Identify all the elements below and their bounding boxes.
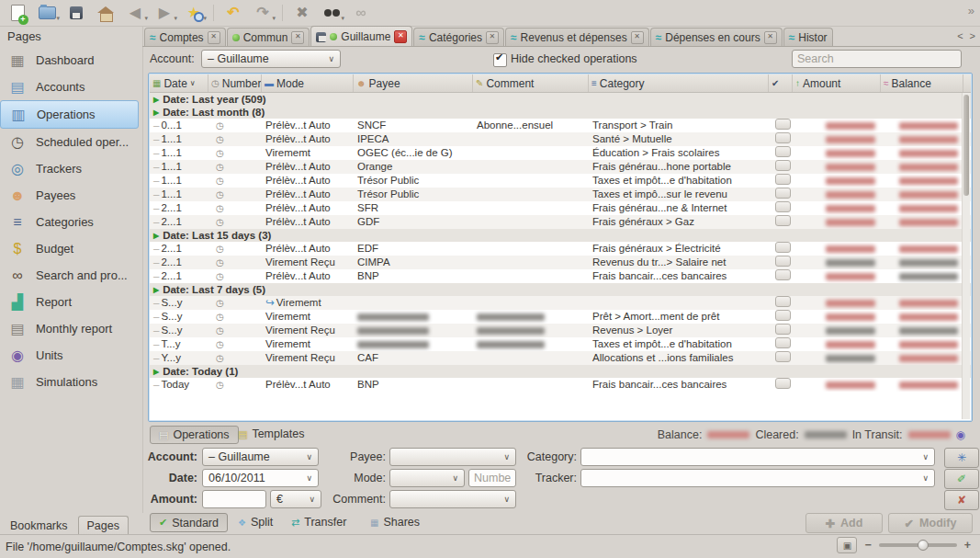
checked-toggle[interactable] bbox=[775, 201, 791, 212]
expand-arrow-icon[interactable]: ▶ bbox=[153, 286, 159, 294]
operation-row[interactable]: –S...y◷Virement ReçuRevenus > Loyer bbox=[150, 324, 971, 337]
checked-toggle[interactable] bbox=[775, 296, 791, 307]
operation-row[interactable]: –1...1◷VirememtOGEC (éc...ie de G)Éducat… bbox=[150, 146, 971, 160]
operation-row[interactable]: –2...1◷Prélèv...t AutoSFRFrais générau..… bbox=[150, 201, 971, 215]
column-header-date[interactable]: ▦Date∨ bbox=[150, 74, 208, 92]
checked-toggle[interactable] bbox=[775, 174, 791, 185]
close-icon[interactable]: ✕ bbox=[208, 31, 220, 44]
form-tracker-combo[interactable]: ∨ bbox=[580, 469, 935, 487]
sidebar-item-scheduled-oper[interactable]: ◷Scheduled oper... bbox=[0, 129, 142, 155]
shares-button[interactable]: ▦ Shares bbox=[370, 516, 420, 529]
operation-row[interactable]: –0...1◷Prélèv...t AutoSNCFAbonne...ensue… bbox=[150, 119, 971, 132]
previous-button[interactable]: ◀▾ bbox=[121, 2, 149, 24]
operation-row[interactable]: –1...1◷Prélèv...t AutoTrésor PublicTaxes… bbox=[150, 188, 971, 201]
tab-d-penses-en-cours[interactable]: ≈Dépenses en cours✕ bbox=[650, 28, 783, 46]
tab-commun[interactable]: Commun✕ bbox=[227, 28, 310, 46]
sidebar-item-units[interactable]: ◉Units bbox=[0, 342, 142, 369]
checked-toggle[interactable] bbox=[775, 378, 791, 389]
checked-toggle[interactable] bbox=[775, 160, 791, 171]
checked-toggle[interactable] bbox=[775, 269, 791, 280]
zoom-out-button[interactable]: − bbox=[864, 539, 871, 552]
delete-button[interactable]: ✖ bbox=[288, 2, 316, 24]
column-header-amount[interactable]: ↑Amount bbox=[793, 74, 881, 92]
column-header-payee[interactable]: ☻Payee bbox=[354, 74, 473, 92]
group-row[interactable]: ▶Date: Last year (509) bbox=[150, 93, 971, 106]
group-row[interactable]: ▶Date: Last 15 days (3) bbox=[150, 229, 971, 242]
close-icon[interactable]: ✕ bbox=[764, 31, 777, 44]
column-header-check[interactable]: ✔ bbox=[769, 74, 793, 92]
redo-button[interactable]: ↷▾ bbox=[249, 2, 276, 24]
group-row[interactable]: ▶Date: Last month (8) bbox=[150, 106, 971, 119]
operation-row[interactable]: –S...y◷VirememtPrêt > Amort...ment de pr… bbox=[150, 310, 971, 324]
checked-toggle[interactable] bbox=[775, 146, 791, 157]
close-icon[interactable]: ✕ bbox=[631, 31, 644, 44]
operation-row[interactable]: –2...1◷Virement ReçuCIMPARevenus du tr..… bbox=[150, 256, 971, 269]
form-mode-combo[interactable]: ∨ bbox=[389, 469, 465, 487]
split-button[interactable]: ❖ Split bbox=[238, 516, 273, 529]
modify-button[interactable]: ✔ Modify bbox=[888, 513, 973, 533]
tab-revenus-et-d-penses[interactable]: ≈Revenus et dépenses✕ bbox=[505, 28, 649, 46]
tab-histor[interactable]: ≈Histor bbox=[783, 28, 833, 46]
zoom-reset-button[interactable]: ▣ bbox=[837, 537, 857, 553]
sidebar-item-categories[interactable]: ≡Categories bbox=[0, 209, 142, 235]
search-input[interactable] bbox=[792, 50, 962, 68]
column-header-mode[interactable]: ▬Mode bbox=[262, 74, 354, 92]
save-button[interactable] bbox=[62, 2, 90, 24]
checked-toggle[interactable] bbox=[775, 337, 791, 348]
scroll-left-icon[interactable]: < bbox=[957, 30, 963, 41]
toolbar-overflow-icon[interactable]: » bbox=[968, 4, 974, 17]
form-account-combo[interactable]: – Guillaume∨ bbox=[202, 448, 319, 466]
sidebar-item-simulations[interactable]: ▦Simulations bbox=[0, 369, 142, 395]
column-header-number[interactable]: ◷Number bbox=[208, 74, 262, 92]
hide-checked-checkbox[interactable] bbox=[493, 53, 507, 67]
form-payee-combo[interactable]: ∨ bbox=[389, 448, 516, 466]
tab-cat-gories[interactable]: ≈Catégories✕ bbox=[413, 28, 504, 46]
form-unit-combo[interactable]: €∨ bbox=[270, 490, 321, 508]
operation-row[interactable]: –1...1◷Prélèv...t AutoOrangeFrais généra… bbox=[150, 160, 971, 174]
tab-templates[interactable]: ▤ Templates bbox=[238, 427, 304, 440]
sidebar-item-search-and-pro[interactable]: ∞Search and pro... bbox=[0, 262, 142, 289]
operation-row[interactable]: –2...1◷Prélèv...t AutoEDFFrais généraux … bbox=[150, 242, 971, 256]
expand-arrow-icon[interactable]: ▶ bbox=[153, 96, 159, 104]
checked-toggle[interactable] bbox=[775, 256, 791, 267]
zoom-slider-handle[interactable] bbox=[918, 540, 929, 551]
operation-row[interactable]: –T...y◷VirememtTaxes et impôt...e d'habi… bbox=[150, 337, 971, 351]
sidebar-item-budget[interactable]: $Budget bbox=[0, 235, 142, 262]
close-icon[interactable]: ✕ bbox=[394, 30, 407, 43]
expand-arrow-icon[interactable]: ▶ bbox=[153, 368, 159, 376]
operation-row[interactable]: –2...1◷Prélèv...t AutoGDFFrais généraux … bbox=[150, 215, 971, 229]
operation-row[interactable]: –2...1◷Prélèv...t AutoBNPFrais bancair..… bbox=[150, 269, 971, 283]
checked-toggle[interactable] bbox=[775, 351, 791, 362]
configure-button[interactable]: ∞ bbox=[347, 2, 375, 24]
checked-toggle[interactable] bbox=[775, 310, 791, 321]
form-amount-input[interactable] bbox=[202, 490, 266, 508]
checked-toggle[interactable] bbox=[775, 324, 791, 335]
scroll-right-icon[interactable]: > bbox=[970, 30, 975, 41]
open-button[interactable]: ▾ bbox=[33, 2, 61, 24]
clean-button[interactable]: ✘ bbox=[944, 490, 979, 510]
close-icon[interactable]: ✕ bbox=[486, 31, 499, 44]
account-filter-combo[interactable]: – Guillaume ∨ bbox=[201, 50, 341, 68]
checked-toggle[interactable] bbox=[775, 132, 791, 143]
bookmarks-button[interactable]: ★▾ bbox=[180, 2, 208, 24]
next-button[interactable]: ▶▾ bbox=[151, 2, 178, 24]
form-date-combo[interactable]: 06/10/2011∨ bbox=[202, 469, 319, 487]
close-icon[interactable]: ✕ bbox=[291, 31, 304, 44]
wand-button[interactable]: ✐ bbox=[944, 469, 979, 489]
table-scrollbar[interactable] bbox=[962, 93, 970, 419]
scrollbar-handle[interactable] bbox=[963, 95, 969, 196]
operation-row[interactable]: –Today◷Prélèv...t AutoBNPFrais bancair..… bbox=[150, 378, 971, 392]
column-header-balance[interactable]: ≈Balance bbox=[881, 74, 963, 92]
sidebar-item-payees[interactable]: ☻Payees bbox=[0, 182, 142, 209]
sidebar-item-accounts[interactable]: ▤Accounts bbox=[0, 74, 142, 100]
home-button[interactable] bbox=[92, 2, 119, 24]
tab-comptes[interactable]: ≈Comptes✕ bbox=[144, 28, 226, 46]
sidebar-item-report[interactable]: ▟Report bbox=[0, 289, 142, 315]
undo-button[interactable]: ↶ bbox=[220, 2, 247, 24]
sidebar-item-dashboard[interactable]: ▦Dashboard bbox=[0, 47, 142, 74]
tab-bookmarks[interactable]: Bookmarks bbox=[2, 517, 76, 535]
form-comment-combo[interactable]: ∨ bbox=[389, 490, 516, 508]
group-row[interactable]: ▶Date: Last 7 days (5) bbox=[150, 283, 971, 296]
operation-row[interactable]: –S...y◷↪Virememt bbox=[150, 296, 971, 310]
add-button[interactable]: ✚ Add bbox=[805, 513, 883, 533]
